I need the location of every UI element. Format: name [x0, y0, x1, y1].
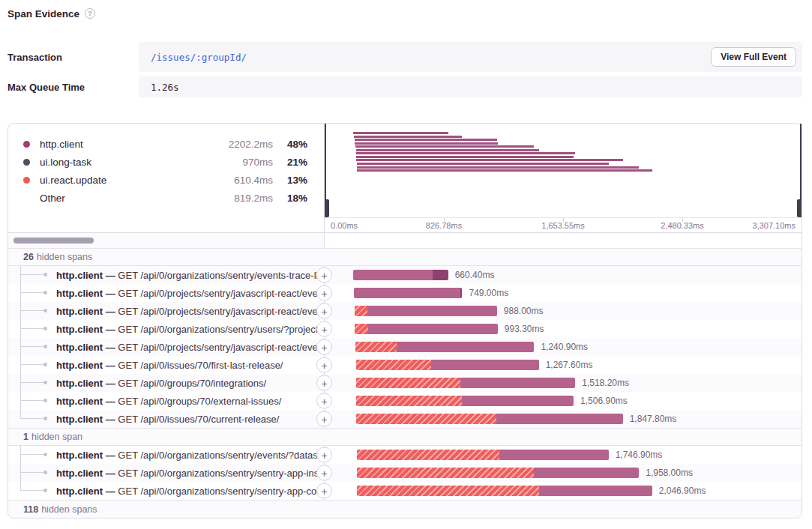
plus-icon: +: [321, 306, 327, 316]
span-row: http.client — GET /api/0/projects/sentry…: [8, 284, 802, 302]
span-row-description-cell: http.client — GET /api/0/groups/70/integ…: [8, 374, 325, 392]
span-op: http.client: [56, 306, 103, 317]
span-label: http.client — GET /api/0/projects/sentry…: [56, 284, 317, 302]
time-axis: 0.00ms826.78ms1,653.55ms2,480.33ms3,307.…: [325, 217, 802, 232]
span-op: http.client: [56, 414, 103, 425]
expand-span-button[interactable]: +: [316, 267, 332, 283]
plus-icon: +: [321, 396, 327, 406]
legend-percentage: 13%: [273, 175, 307, 186]
span-row: http.client — GET /api/0/groups/70/integ…: [8, 374, 802, 392]
queue-time-hatch-segment: [356, 360, 431, 370]
tree-connector-horizontal: [20, 328, 45, 329]
span-main-segment: [367, 306, 497, 316]
op-description-separator: —: [103, 270, 118, 281]
key-value-list: Transaction /issues/:groupId/ View Full …: [7, 42, 802, 97]
span-main-segment: [397, 342, 535, 352]
plus-icon: +: [321, 486, 327, 496]
span-description: GET /api/0/organizations/sentry/sentry-a…: [118, 468, 317, 479]
transaction-value[interactable]: /issues/:groupId/ View Full Event: [139, 42, 802, 72]
queue-time-hatch-segment: [357, 486, 539, 496]
legend-percentage: 48%: [273, 139, 307, 150]
span-row: http.client — GET /api/0/organizations/s…: [8, 266, 802, 284]
help-icon[interactable]: ?: [85, 8, 95, 19]
section-header: Span Evidence ?: [7, 7, 802, 20]
span-row-duration-cell: 1,240.90ms: [325, 338, 802, 356]
horizontal-scrollbar-thumb[interactable]: [13, 238, 94, 244]
span-op: http.client: [56, 450, 103, 461]
span-main-segment: [353, 270, 433, 280]
span-label: http.client — GET /api/0/organizations/s…: [56, 464, 317, 482]
queue-time-hatch-segment: [356, 414, 496, 424]
expand-span-button[interactable]: +: [316, 393, 332, 409]
minimap-span-bar: [356, 156, 574, 158]
hidden-spans-count: 26: [23, 252, 34, 262]
minimap-span-bar: [357, 166, 640, 169]
expand-span-button[interactable]: +: [316, 411, 332, 427]
span-row-duration-cell: 1,506.90ms: [325, 392, 802, 410]
tree-connector-horizontal: [20, 418, 45, 419]
legend-duration: 970ms: [202, 157, 273, 168]
span-row-description-cell: http.client — GET /api/0/groups/70/exter…: [8, 392, 325, 410]
legend-item: ui.react.update610.4ms13%: [23, 171, 307, 189]
span-duration-label: 1,847.80ms: [630, 414, 677, 424]
span-duration-label: 749.00ms: [469, 288, 508, 298]
span-row-description-cell: http.client — GET /api/0/organizations/s…: [8, 464, 325, 482]
minimap[interactable]: [325, 124, 802, 217]
minimap-left-handle[interactable]: [325, 124, 326, 217]
span-row-description-cell: http.client — GET /api/0/projects/sentry…: [8, 338, 325, 356]
expand-span-button[interactable]: +: [316, 483, 332, 499]
span-main-segment: [431, 360, 539, 370]
minimap-span-bar: [356, 159, 622, 161]
span-op: http.client: [56, 486, 103, 497]
tree-connector-vertical: [20, 284, 21, 302]
span-duration-bar: [355, 324, 498, 334]
span-description: GET /api/0/groups/70/integrations/: [118, 378, 266, 389]
queue-time-hatch-segment: [355, 306, 367, 316]
span-duration-bar: [355, 306, 497, 316]
expand-span-button[interactable]: +: [316, 339, 332, 355]
tree-connector-horizontal: [20, 310, 45, 311]
expand-span-button[interactable]: +: [316, 303, 332, 319]
tree-node-dot: [43, 381, 47, 384]
hidden-spans-row: 26hidden spans: [8, 248, 802, 266]
span-duration-bar: [355, 342, 535, 352]
span-chart-header: http.client2202.2ms48%ui.long-task970ms2…: [8, 124, 802, 232]
span-row-duration-cell: 1,746.90ms: [325, 446, 802, 464]
span-row-duration-cell: 1,847.80ms: [325, 410, 802, 428]
op-description-separator: —: [103, 306, 118, 317]
tree-connector-vertical: [20, 356, 21, 374]
legend-op-name: ui.react.update: [40, 175, 202, 186]
axis-tick-label: 826.78ms: [426, 221, 462, 230]
tree-node-dot: [43, 309, 47, 312]
minimap-right-handle[interactable]: [800, 124, 802, 217]
span-duration-bar: [356, 414, 622, 424]
transaction-link[interactable]: /issues/:groupId/: [151, 52, 247, 63]
expand-span-button[interactable]: +: [316, 375, 332, 391]
expand-span-button[interactable]: +: [316, 357, 332, 373]
span-endcap-segment: [433, 270, 448, 280]
span-main-segment: [534, 468, 639, 478]
expand-span-button[interactable]: +: [316, 447, 332, 463]
axis-tick-label: 3,307.10ms: [753, 221, 796, 230]
tree-connector-vertical: [20, 392, 21, 410]
legend-list: http.client2202.2ms48%ui.long-task970ms2…: [8, 124, 325, 232]
span-list: 26hidden spanshttp.client — GET /api/0/o…: [8, 248, 802, 518]
max-queue-time-label: Max Queue Time: [7, 76, 139, 97]
span-description: GET /api/0/organizations/sentry/users/?p…: [118, 324, 317, 335]
span-duration-label: 1,518.20ms: [582, 378, 629, 388]
span-main-segment: [368, 324, 498, 334]
axis-tick-label: 1,653.55ms: [541, 221, 584, 230]
span-main-segment: [499, 450, 609, 460]
span-op: http.client: [56, 288, 103, 299]
expand-span-button[interactable]: +: [316, 285, 332, 301]
span-row-duration-cell: 993.30ms: [325, 320, 802, 338]
horizontal-scrollbar-track: [8, 233, 325, 248]
transaction-label: Transaction: [7, 42, 139, 72]
span-description: GET /api/0/projects/sentry/javascript-re…: [118, 342, 317, 353]
legend-duration: 819.2ms: [202, 193, 273, 204]
tree-connector-horizontal: [20, 454, 45, 455]
expand-span-button[interactable]: +: [316, 321, 332, 337]
view-full-event-button[interactable]: View Full Event: [711, 47, 796, 67]
expand-span-button[interactable]: +: [316, 465, 332, 481]
span-row: http.client — GET /api/0/organizations/s…: [8, 464, 802, 482]
